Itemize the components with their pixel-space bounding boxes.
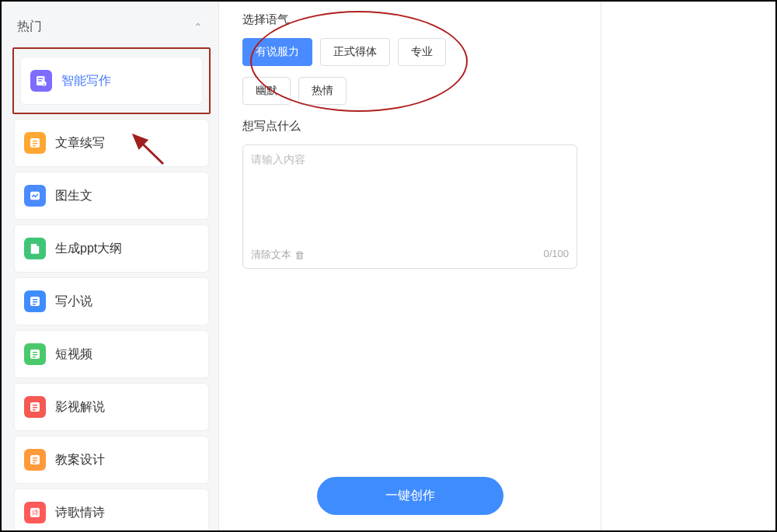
sidebar-item-label: 写小说 [55,294,92,310]
tone-enthusiastic[interactable]: 热情 [298,77,347,105]
sidebar: 热门 ⌃ 智能写作 文章续写 [2,2,219,530]
doc-pencil-icon [30,70,52,92]
generate-button[interactable]: 一键创作 [317,477,503,515]
sidebar-item-label: 短视频 [55,346,92,363]
doc-lines-icon [24,449,46,471]
svg-text:诗: 诗 [32,509,39,516]
sidebar-item-continue-article[interactable]: 文章续写 [14,119,209,167]
sidebar-item-label: 教案设计 [55,452,105,468]
sidebar-item-label: 文章续写 [55,135,105,151]
right-panel [601,2,775,530]
trash-icon: 🗑 [294,249,305,261]
tone-options-row2: 幽默 热情 [242,77,577,105]
tone-options: 有说服力 正式得体 专业 [242,38,577,66]
sidebar-item-label: 影视解说 [55,399,105,416]
tone-persuasive[interactable]: 有说服力 [242,38,312,66]
char-counter: 0/100 [543,248,569,262]
category-label: 热门 [17,19,42,35]
sidebar-item-image-to-text[interactable]: 图生文 [14,172,209,220]
clear-text-button[interactable]: 清除文本 🗑 [251,248,305,262]
clear-text-label: 清除文本 [251,248,291,262]
sidebar-item-label: 诗歌情诗 [55,505,105,521]
sidebar-item-lesson-plan[interactable]: 教案设计 [14,436,209,484]
sidebar-item-label: 图生文 [55,188,92,204]
sidebar-item-smart-writing[interactable]: 智能写作 [20,57,203,105]
poem-icon: 诗 [24,502,46,523]
chevron-up-icon: ⌃ [193,21,203,33]
doc-lines-icon [24,343,46,365]
tone-professional[interactable]: 专业 [398,38,446,66]
sidebar-item-ppt-outline[interactable]: 生成ppt大纲 [14,224,209,273]
tone-humorous[interactable]: 幽默 [242,77,291,105]
doc-fold-icon [24,238,46,259]
tone-section-label: 选择语气 [242,12,577,27]
image-swap-icon [24,185,46,207]
sidebar-item-short-video[interactable]: 短视频 [14,330,209,378]
category-hot[interactable]: 热门 ⌃ [8,8,212,46]
content-input[interactable] [251,153,569,238]
content-textarea-wrap: 清除文本 🗑 0/100 [242,144,577,269]
sidebar-item-label: 智能写作 [61,73,111,89]
doc-lines-icon [24,290,46,312]
sidebar-item-label: 生成ppt大纲 [55,241,122,257]
highlight-annotation: 智能写作 [12,47,211,114]
tone-formal[interactable]: 正式得体 [320,38,390,66]
content-section-label: 想写点什么 [242,119,577,134]
doc-lines-icon [24,396,46,418]
sidebar-item-movie-commentary[interactable]: 影视解说 [14,383,209,431]
sidebar-item-poetry[interactable]: 诗 诗歌情诗 [14,489,209,530]
main-panel: 选择语气 有说服力 正式得体 专业 幽默 热情 想写点什么 清除文本 🗑 0/1… [219,2,601,530]
doc-lines-icon [24,132,46,154]
sidebar-item-novel[interactable]: 写小说 [14,277,209,325]
